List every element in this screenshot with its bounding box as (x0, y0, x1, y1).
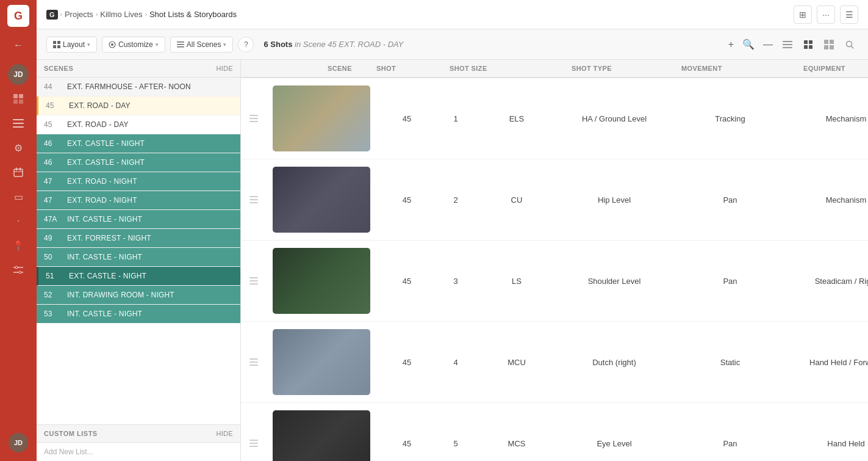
nav-list-btn[interactable] (7, 112, 29, 134)
scene-name: EXT. CASTLE - NIGHT (67, 158, 233, 167)
sidebar-item-teal[interactable]: 47A INT. CASTLE - NIGHT (37, 210, 240, 229)
main-area: G › Projects › Killmo Lives › Shot Lists… (37, 0, 868, 461)
nav-sliders-btn[interactable] (7, 259, 29, 281)
sidebar-item[interactable]: 45 EXT. ROAD - DAY (37, 115, 240, 134)
sidebar-item-teal[interactable]: 46 EXT. CASTLE - NIGHT (37, 134, 240, 153)
header-actions: ⊞ ··· ☰ (794, 5, 858, 24)
custom-lists-hide-btn[interactable]: HIDE (217, 430, 233, 437)
avatar-top[interactable]: JD (7, 64, 29, 85)
app-header: G › Projects › Killmo Lives › Shot Lists… (37, 0, 868, 29)
print-btn[interactable]: ⊞ (794, 5, 812, 24)
svg-rect-22 (177, 44, 184, 45)
shot-size: MCU (480, 358, 553, 367)
zoom-out-btn[interactable]: — (761, 38, 775, 51)
layout-btn[interactable]: Layout ▾ (46, 37, 97, 53)
list-view-btn[interactable]: ☰ (840, 5, 858, 24)
all-scenes-btn[interactable]: All Scenes ▾ (170, 37, 234, 53)
zoom-in-btn[interactable]: 🔍 (740, 37, 757, 51)
drag-handle[interactable] (248, 276, 273, 286)
shot-type: Dutch (right) (553, 358, 675, 367)
sidebar-item-active[interactable]: 51 EXT. CASTLE - NIGHT (37, 267, 240, 286)
scenes-caret: ▾ (223, 42, 226, 48)
svg-rect-5 (13, 123, 24, 124)
sidebar-item-teal[interactable]: 46 EXT. CASTLE - NIGHT (37, 153, 240, 172)
sidebar-item-teal[interactable]: 53 INT. CASTLE - NIGHT (37, 305, 240, 324)
sidebar-item-teal[interactable]: 47 EXT. ROAD - NIGHT (37, 172, 240, 191)
scene-name: INT. DRAWING ROOM - NIGHT (67, 291, 233, 299)
sidebar-item-selected[interactable]: 45 EXT. ROAD - DAY (37, 96, 240, 115)
shot-scene: 45 (382, 277, 431, 286)
scene-number: 47 (44, 196, 61, 205)
scene-name: EXT. ROAD - DAY (69, 101, 233, 110)
shot-row: 45 4 MCU Dutch (right) Static Hand Held … (241, 322, 868, 403)
svg-rect-27 (804, 40, 808, 44)
shot-thumbnail[interactable] (273, 248, 370, 314)
customize-btn[interactable]: Customize ▾ (102, 37, 165, 53)
icon-bar: G ← JD ⚙ ▭ · 📍 JD (0, 0, 37, 461)
svg-rect-6 (13, 126, 24, 128)
more-btn[interactable]: ··· (817, 5, 835, 24)
shot-movement: Static (675, 358, 785, 367)
grid-view-btn[interactable] (800, 36, 817, 53)
svg-rect-31 (824, 40, 828, 44)
nav-calendar-btn[interactable] (7, 161, 29, 183)
nav-settings-btn[interactable]: ⚙ (7, 137, 29, 159)
scenes-section-header: SCENES HIDE (37, 60, 240, 78)
help-btn[interactable]: ? (238, 37, 254, 53)
shot-scene: 45 (382, 358, 431, 367)
svg-rect-24 (783, 41, 792, 42)
shot-thumbnail[interactable] (273, 167, 370, 233)
list-view-rows-btn[interactable] (779, 36, 796, 53)
svg-rect-32 (830, 40, 834, 44)
sidebar-item[interactable]: 44 EXT. FARMHOUSE - AFTER- NOON (37, 78, 240, 96)
toolbar: Layout ▾ Customize ▾ All Scenes ▾ ? 6 Sh… (37, 29, 868, 60)
shot-size: CU (480, 195, 553, 205)
add-new-list-input[interactable]: Add New List... (37, 443, 240, 461)
drag-handle[interactable] (248, 114, 273, 123)
svg-rect-4 (13, 119, 24, 120)
breadcrumb: G › Projects › Killmo Lives › Shot Lists… (46, 10, 237, 20)
svg-rect-30 (809, 45, 812, 49)
sidebar: SCENES HIDE 44 EXT. FARMHOUSE - AFTER- N… (37, 60, 241, 461)
shot-row: 45 5 MCS Eye Level Pan Hand Held ⋮ (241, 403, 868, 461)
shot-thumbnail[interactable] (273, 410, 370, 461)
nav-dot-btn[interactable]: · (7, 210, 29, 232)
shot-number: 3 (431, 277, 480, 286)
nav-rect-btn[interactable]: ▭ (7, 186, 29, 208)
drag-handle[interactable] (248, 195, 273, 205)
svg-rect-2 (13, 100, 18, 104)
shot-equipment: Steadicam / Right (785, 277, 868, 286)
nav-location-btn[interactable]: 📍 (7, 234, 29, 256)
large-grid-view-btn[interactable] (820, 36, 838, 53)
breadcrumb-projects[interactable]: Projects (65, 10, 93, 19)
breadcrumb-project[interactable]: Killmo Lives (100, 10, 142, 19)
shot-thumbnail[interactable] (273, 329, 370, 395)
search-btn[interactable] (841, 36, 858, 53)
shot-row: 45 3 LS Shoulder Level Pan Steadicam / R… (241, 241, 868, 322)
scene-name: EXT. CASTLE - NIGHT (67, 139, 233, 148)
sidebar-item-teal[interactable]: 50 INT. CASTLE - NIGHT (37, 248, 240, 267)
nav-board-btn[interactable] (7, 88, 29, 110)
shot-equipment: Hand Held (785, 439, 868, 448)
sidebar-item-teal[interactable]: 52 INT. DRAWING ROOM - NIGHT (37, 286, 240, 305)
svg-point-12 (15, 266, 18, 269)
scenes-hide-btn[interactable]: HIDE (217, 65, 233, 72)
nav-back-btn[interactable]: ← (7, 34, 29, 56)
sidebar-item-teal[interactable]: 47 EXT. ROAD - NIGHT (37, 191, 240, 210)
drag-handle[interactable] (248, 357, 273, 367)
sidebar-item-teal[interactable]: 49 EXT. FORREST - NIGHT (37, 229, 240, 248)
shot-row: 45 2 CU Hip Level Pan Mechanism ⋮ (241, 159, 868, 241)
customize-icon (109, 41, 116, 48)
shot-thumbnail[interactable] (273, 85, 370, 151)
scene-number: 50 (44, 253, 61, 261)
user-avatar-bottom[interactable]: JD (9, 433, 28, 452)
svg-rect-1 (19, 94, 23, 98)
drag-handle[interactable] (248, 438, 273, 448)
scene-number: 47A (44, 215, 61, 223)
breadcrumb-sep-3: › (145, 11, 147, 18)
breadcrumb-logo: G (46, 10, 58, 20)
add-btn[interactable]: + (726, 38, 736, 51)
scene-number: 53 (44, 310, 61, 318)
svg-rect-21 (177, 42, 184, 43)
user-avatar: JD (8, 64, 29, 85)
